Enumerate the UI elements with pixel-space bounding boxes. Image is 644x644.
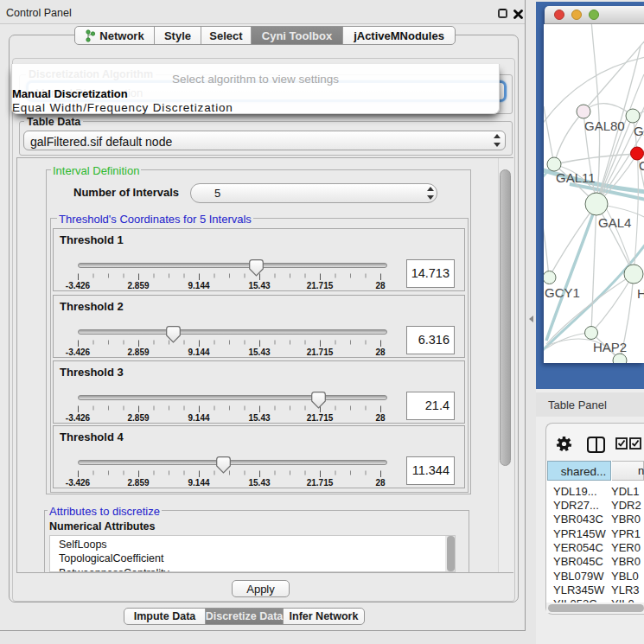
svg-text:GAL4: GAL4 [598,215,631,230]
svg-text:C: C [639,158,644,173]
svg-text:GCY1: GCY1 [545,285,580,300]
svg-text:H: H [637,286,644,301]
svg-text:GAL80: GAL80 [584,118,625,133]
svg-text:GA: GA [634,124,644,138]
svg-text:GAL11: GAL11 [556,170,596,185]
svg-text:HAP2: HAP2 [593,340,627,354]
